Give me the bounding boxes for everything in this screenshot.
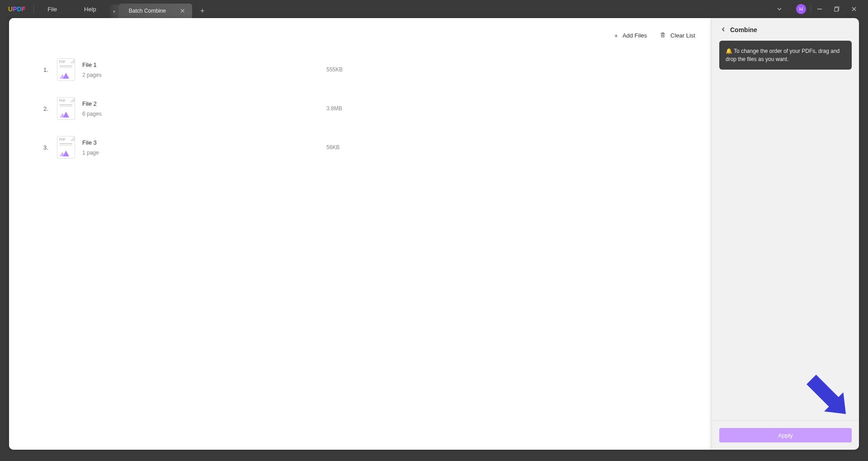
file-toolbar: + Add Files Clear List <box>27 28 712 47</box>
tab-title: Batch Combine <box>129 8 166 14</box>
file-index: 2. <box>43 105 52 112</box>
annotation-arrow-icon <box>797 365 858 426</box>
clear-list-button[interactable]: Clear List <box>660 32 695 39</box>
clear-list-label: Clear List <box>670 32 695 39</box>
list-item[interactable]: 1. File 1 2 pages 555KB <box>43 50 695 89</box>
file-size: 555KB <box>326 66 343 73</box>
file-pages: 1 page <box>82 150 326 156</box>
avatar[interactable]: H <box>796 4 806 14</box>
side-spacer <box>712 70 859 420</box>
trash-icon <box>660 32 666 39</box>
side-title: Combine <box>730 26 757 33</box>
file-pages: 6 pages <box>82 111 326 117</box>
file-name: File 2 <box>82 100 326 107</box>
add-files-label: Add Files <box>623 32 647 39</box>
logo-text: UPDF <box>8 5 25 13</box>
tab-handle-icon[interactable]: ▾ <box>110 5 119 18</box>
titlebar: UPDF File Help ▾ Batch Combine ✕ + H <box>0 0 868 18</box>
file-size: 56KB <box>326 144 340 151</box>
close-icon[interactable]: ✕ <box>179 7 187 14</box>
maximize-icon[interactable] <box>828 0 845 18</box>
apply-button[interactable]: Apply <box>719 428 852 442</box>
file-name: File 1 <box>82 61 326 68</box>
tip-text: 🔔 To change the order of your PDFs, drag… <box>726 48 840 62</box>
file-index: 3. <box>43 144 52 151</box>
side-header: Combine <box>712 18 859 41</box>
window-close-icon[interactable] <box>845 0 863 18</box>
side-panel: Combine 🔔 To change the order of your PD… <box>712 18 859 450</box>
side-footer: Apply <box>712 420 859 450</box>
minimize-icon[interactable] <box>811 0 828 18</box>
file-meta: File 2 6 pages <box>82 100 326 117</box>
list-item[interactable]: 2. File 2 6 pages 3.8MB <box>43 89 695 128</box>
file-meta: File 1 2 pages <box>82 61 326 78</box>
tip-box: 🔔 To change the order of your PDFs, drag… <box>719 41 852 70</box>
file-name: File 3 <box>82 139 326 146</box>
chevron-left-icon[interactable] <box>721 27 726 33</box>
pdf-thumb-icon <box>57 58 75 81</box>
workspace: + Add Files Clear List 1. File 1 2 pag <box>9 18 712 450</box>
tab-area: ▾ Batch Combine ✕ + <box>110 0 212 18</box>
file-panel-inner: + Add Files Clear List 1. File 1 2 pag <box>27 28 712 450</box>
svg-rect-2 <box>835 8 838 11</box>
list-item[interactable]: 3. File 3 1 page 56KB <box>43 128 695 167</box>
file-meta: File 3 1 page <box>82 139 326 156</box>
add-tab-icon[interactable]: + <box>192 4 212 18</box>
logo[interactable]: UPDF <box>0 5 33 13</box>
file-panel: + Add Files Clear List 1. File 1 2 pag <box>9 18 712 450</box>
pdf-thumb-icon <box>57 136 75 159</box>
tab-batch-combine[interactable]: Batch Combine ✕ <box>119 4 192 18</box>
titlebar-right: H <box>771 0 863 18</box>
file-index: 1. <box>43 66 52 73</box>
file-list: 1. File 1 2 pages 555KB 2. File 2 6 page… <box>27 47 712 167</box>
plus-icon: + <box>614 32 618 39</box>
add-files-button[interactable]: + Add Files <box>614 32 647 39</box>
menu-file[interactable]: File <box>34 0 71 18</box>
file-pages: 2 pages <box>82 72 326 78</box>
titlebar-left: UPDF File Help ▾ Batch Combine ✕ + <box>0 0 212 18</box>
file-size: 3.8MB <box>326 105 342 112</box>
main-wrapper: + Add Files Clear List 1. File 1 2 pag <box>0 18 868 461</box>
menu-help[interactable]: Help <box>71 0 110 18</box>
chevron-down-icon[interactable] <box>771 0 788 18</box>
pdf-thumb-icon <box>57 97 75 120</box>
